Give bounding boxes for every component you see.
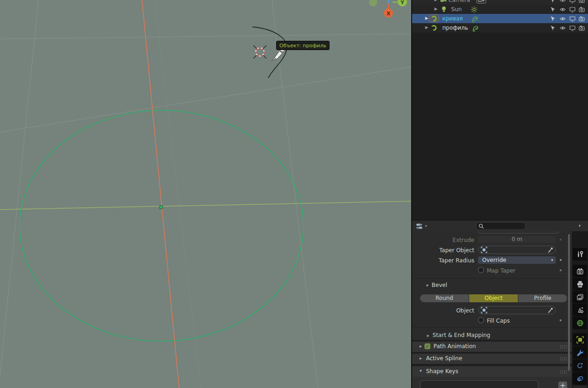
shape-keys-panel[interactable]: ▾ Shape Keys — [412, 366, 572, 377]
tab-render[interactable] — [573, 265, 587, 277]
outliner-row-camera[interactable]: ▶ Camera — [412, 0, 588, 5]
path-animation-panel[interactable]: ▸ ✓ Path Animation — [412, 342, 572, 352]
curve-data-icon[interactable] — [472, 25, 479, 32]
expand-arrow-icon[interactable]: ▶ — [425, 25, 428, 30]
add-shape-key-button[interactable]: + — [558, 382, 567, 388]
selectable-icon[interactable] — [550, 16, 556, 22]
outliner-panel: ▶ Camera ▶ Sun — [412, 0, 588, 220]
active-spline-panel[interactable]: ▸ Active Spline — [412, 354, 572, 364]
clipped-field[interactable] — [478, 231, 560, 234]
animate-dot[interactable] — [560, 259, 562, 261]
tab-object[interactable] — [573, 333, 587, 346]
selectable-icon[interactable] — [550, 25, 556, 31]
outliner-item-label[interactable]: профиль — [442, 25, 468, 31]
start-end-mapping-header[interactable]: ▸Start & End Mapping — [427, 332, 490, 338]
tab-modifiers[interactable] — [573, 346, 587, 359]
view-layer-icon — [576, 293, 584, 301]
map-taper-label: Map Taper — [487, 267, 516, 274]
taper-object-field[interactable] — [478, 246, 556, 254]
bevel-mode-profile[interactable]: Profile — [518, 294, 567, 302]
hide-eye-icon[interactable] — [560, 25, 566, 31]
animate-dot[interactable] — [560, 319, 562, 321]
expand-arrow-icon[interactable]: ▶ — [434, 0, 438, 2]
tab-physics[interactable] — [573, 359, 587, 372]
tab-output[interactable] — [573, 278, 587, 290]
curve-object-icon — [431, 25, 437, 31]
path-animation-title: Path Animation — [433, 343, 476, 350]
tab-world[interactable] — [573, 317, 587, 329]
selectable-icon[interactable] — [550, 6, 556, 13]
curve-data-icon[interactable] — [472, 15, 479, 22]
chevron-right-icon: ▸ — [427, 333, 429, 338]
eyedropper-icon[interactable] — [547, 247, 553, 253]
drag-handle-icon[interactable] — [560, 357, 567, 361]
render-disable-icon[interactable] — [579, 16, 585, 22]
hide-eye-icon[interactable] — [560, 0, 566, 3]
outliner-item-label[interactable]: Sun — [451, 6, 462, 13]
outliner-item-label[interactable]: Camera — [448, 0, 470, 3]
tab-scene[interactable] — [573, 304, 587, 316]
curve-circle[interactable] — [19, 110, 304, 341]
scene-icon — [576, 306, 584, 314]
tool-icon — [576, 251, 584, 258]
tab-object-data[interactable] — [573, 386, 587, 388]
outliner-row-profil[interactable]: ▶ профиль — [412, 23, 588, 32]
outliner-item-label[interactable]: кривая — [442, 15, 463, 22]
scrollbar[interactable] — [568, 234, 570, 371]
gizmo-minus-y-ball[interactable] — [369, 0, 377, 6]
bevel-panel-header[interactable]: ▾Bevel — [426, 282, 447, 288]
hide-eye-icon[interactable] — [560, 6, 566, 13]
bevel-object-field[interactable] — [478, 306, 556, 314]
camera-data-icon[interactable] — [476, 0, 486, 4]
selectable-icon[interactable] — [550, 0, 556, 3]
chevron-down-icon: ▾ — [425, 224, 427, 228]
tab-tool[interactable] — [573, 248, 587, 261]
viewport-disable-icon[interactable] — [569, 6, 575, 13]
editor-type-button[interactable]: ▾ — [416, 222, 431, 230]
expand-arrow-icon[interactable]: ▶ — [434, 6, 438, 11]
render-disable-icon[interactable] — [579, 0, 585, 3]
object-origin-dot — [160, 206, 162, 209]
viewport-disable-icon[interactable] — [569, 25, 575, 31]
bevel-mode-round[interactable]: Round — [420, 294, 469, 302]
properties-tab-strip — [572, 232, 588, 388]
outliner-row-krivaya[interactable]: ▶ кривая — [412, 14, 588, 23]
physics-icon — [576, 362, 584, 369]
taper-object-label: Taper Object — [412, 247, 474, 254]
shape-keys-list[interactable] — [420, 380, 538, 388]
path-animation-checkbox[interactable]: ✓ — [424, 343, 431, 350]
animate-dot[interactable] — [560, 239, 562, 241]
bevel-object-label: Object — [412, 307, 474, 314]
properties-content: Extrude 0 m Taper Object Taper Radius Ov… — [412, 231, 572, 388]
map-taper-checkbox[interactable] — [478, 267, 484, 273]
viewport-disable-icon[interactable] — [569, 16, 575, 22]
render-disable-icon[interactable] — [579, 25, 585, 31]
properties-editor: ▾ ▾ Extrude 0 m Taper Object — [412, 220, 588, 388]
chevron-right-icon: ▸ — [420, 356, 422, 361]
drag-handle-icon[interactable] — [560, 370, 567, 374]
eyedropper-icon[interactable] — [547, 307, 553, 313]
hide-eye-icon[interactable] — [560, 16, 566, 22]
outliner-row-sun[interactable]: ▶ Sun — [412, 5, 588, 14]
light-icon — [441, 6, 447, 13]
extrude-label: Extrude — [412, 237, 474, 243]
taper-radius-label: Taper Radius — [412, 257, 474, 264]
header-options-button[interactable]: ▾ — [575, 222, 584, 230]
search-input[interactable] — [476, 222, 526, 230]
drag-handle-icon[interactable] — [560, 345, 567, 349]
tab-view-layer[interactable] — [573, 291, 587, 303]
tab-constraints[interactable] — [573, 372, 587, 385]
fill-caps-checkbox[interactable] — [478, 317, 484, 323]
bevel-mode-object[interactable]: Object — [469, 294, 518, 302]
expand-arrow-icon[interactable]: ▶ — [425, 16, 428, 20]
taper-radius-dropdown[interactable]: Override ▾ — [478, 256, 556, 264]
animate-dot[interactable] — [560, 269, 562, 271]
camera-icon — [440, 0, 447, 3]
nav-gizmo[interactable]: Y X — [369, 0, 407, 18]
axis-x-line — [142, 0, 179, 388]
sun-data-icon[interactable] — [471, 6, 478, 13]
render-disable-icon[interactable] — [579, 6, 585, 13]
viewport-disable-icon[interactable] — [569, 0, 575, 3]
extrude-field[interactable]: 0 m — [478, 236, 556, 243]
viewport-3d[interactable]: Y X Объект: профиль — [0, 0, 411, 388]
